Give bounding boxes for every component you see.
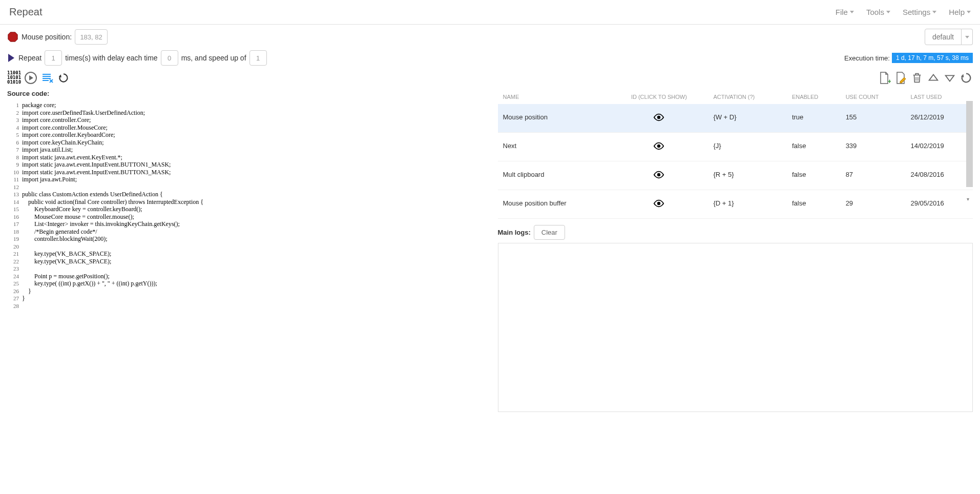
- cell-enabled: false: [789, 161, 843, 190]
- new-file-icon[interactable]: +: [878, 71, 891, 85]
- chevron-down-icon: [965, 36, 969, 38]
- cell-activation: {J}: [710, 133, 789, 161]
- cell-lastused: 24/08/2016: [908, 161, 973, 190]
- col-id[interactable]: ID (CLICK TO SHOW): [608, 90, 710, 104]
- reload-icon[interactable]: [57, 71, 70, 85]
- scroll-down-icon[interactable]: ▾: [967, 196, 972, 201]
- cell-activation: {R + 5}: [710, 161, 789, 190]
- compile-icon[interactable]: 110011010101010: [7, 71, 21, 85]
- col-activation[interactable]: ACTIVATION (?): [710, 90, 789, 104]
- svg-marker-1: [8, 54, 14, 62]
- chevron-down-icon: [932, 11, 936, 13]
- cell-usecount: 339: [843, 133, 908, 161]
- logs-textarea[interactable]: [498, 243, 973, 412]
- svg-point-11: [657, 173, 660, 176]
- svg-text:+: +: [888, 78, 891, 85]
- menu-file-label: File: [836, 8, 848, 16]
- up-icon[interactable]: [927, 71, 940, 85]
- cell-lastused: 29/05/2016: [908, 190, 973, 219]
- col-name[interactable]: NAME: [498, 90, 608, 104]
- task-table: NAME ID (CLICK TO SHOW) ACTIVATION (?) E…: [498, 90, 973, 219]
- col-usecount[interactable]: USE COUNT: [843, 90, 908, 104]
- stop-icon[interactable]: [7, 31, 18, 43]
- refresh-icon[interactable]: [960, 71, 973, 85]
- cell-usecount: 29: [843, 190, 908, 219]
- cell-enabled: false: [789, 190, 843, 219]
- cell-usecount: 155: [843, 104, 908, 133]
- cell-lastused: 26/12/2019: [908, 104, 973, 133]
- show-id-icon[interactable]: [608, 133, 710, 161]
- mouse-position-label: Mouse position:: [22, 33, 72, 41]
- show-id-icon[interactable]: [608, 190, 710, 219]
- play-icon[interactable]: [7, 53, 15, 63]
- menu-bar: File Tools Settings Help: [836, 8, 971, 16]
- page-title: Repeat: [9, 6, 43, 18]
- cell-name: Mouse position buffer: [498, 190, 608, 219]
- code-editor[interactable]: 1234567891011121314151617181920212223242…: [7, 101, 483, 310]
- task-table-wrap: NAME ID (CLICK TO SHOW) ACTIVATION (?) E…: [498, 90, 973, 219]
- repeat-label: Repeat: [18, 54, 41, 62]
- cell-lastused: 14/02/2019: [908, 133, 973, 161]
- ms-label: ms, and speed up of: [181, 54, 246, 62]
- execution-time-label: Execution time:: [844, 54, 890, 62]
- menu-settings-label: Settings: [903, 8, 930, 16]
- cell-activation: {W + D}: [710, 104, 789, 133]
- col-lastused[interactable]: LAST USED: [908, 90, 973, 104]
- table-row[interactable]: Mult clipboard{R + 5}false8724/08/2016: [498, 161, 973, 190]
- source-code-label: Source code:: [7, 90, 483, 97]
- menu-file[interactable]: File: [836, 8, 854, 16]
- cell-usecount: 87: [843, 161, 908, 190]
- execution-time-value: 1 d, 17 h, 7 m, 57 s, 38 ms: [892, 53, 973, 63]
- svg-point-12: [657, 202, 660, 205]
- show-id-icon[interactable]: [608, 161, 710, 190]
- times-label: times(s) with delay each time: [65, 54, 158, 62]
- svg-marker-6: [929, 74, 938, 80]
- run-icon[interactable]: [24, 71, 37, 85]
- table-row[interactable]: Next{J}false33914/02/2019: [498, 133, 973, 161]
- menu-tools[interactable]: Tools: [866, 8, 890, 16]
- cell-name: Mouse position: [498, 104, 608, 133]
- svg-marker-3: [29, 75, 33, 80]
- menu-help-label: Help: [949, 8, 965, 16]
- svg-point-9: [657, 116, 660, 119]
- svg-point-10: [657, 145, 660, 148]
- repeat-input[interactable]: [45, 50, 62, 66]
- profile-dropdown[interactable]: default: [925, 29, 962, 45]
- svg-marker-8: [961, 74, 964, 77]
- show-id-icon[interactable]: [608, 104, 710, 133]
- mouse-position-input[interactable]: [75, 29, 108, 45]
- profile-dropdown-caret[interactable]: [962, 29, 973, 45]
- scrollbar[interactable]: [966, 101, 973, 187]
- down-icon[interactable]: [943, 71, 956, 85]
- edit-source-icon[interactable]: [40, 71, 54, 85]
- cell-activation: {D + 1}: [710, 190, 789, 219]
- chevron-down-icon: [967, 11, 971, 13]
- col-enabled[interactable]: ENABLED: [789, 90, 843, 104]
- svg-marker-4: [59, 74, 61, 77]
- table-row[interactable]: Mouse position{W + D}true15526/12/2019: [498, 104, 973, 133]
- speed-input[interactable]: [249, 50, 267, 66]
- cell-name: Mult clipboard: [498, 161, 608, 190]
- cell-name: Next: [498, 133, 608, 161]
- chevron-down-icon: [886, 11, 890, 13]
- chevron-down-icon: [850, 11, 854, 13]
- menu-tools-label: Tools: [866, 8, 884, 16]
- menu-settings[interactable]: Settings: [903, 8, 936, 16]
- cell-enabled: false: [789, 133, 843, 161]
- main-logs-label: Main logs:: [498, 229, 531, 236]
- table-row[interactable]: Mouse position buffer{D + 1}false2929/05…: [498, 190, 973, 219]
- delay-input[interactable]: [161, 50, 178, 66]
- edit-file-icon[interactable]: [894, 71, 907, 85]
- svg-marker-7: [946, 75, 954, 81]
- menu-help[interactable]: Help: [949, 8, 971, 16]
- cell-enabled: true: [789, 104, 843, 133]
- trash-icon[interactable]: [910, 71, 924, 85]
- svg-marker-0: [8, 32, 17, 42]
- clear-button[interactable]: Clear: [534, 225, 565, 240]
